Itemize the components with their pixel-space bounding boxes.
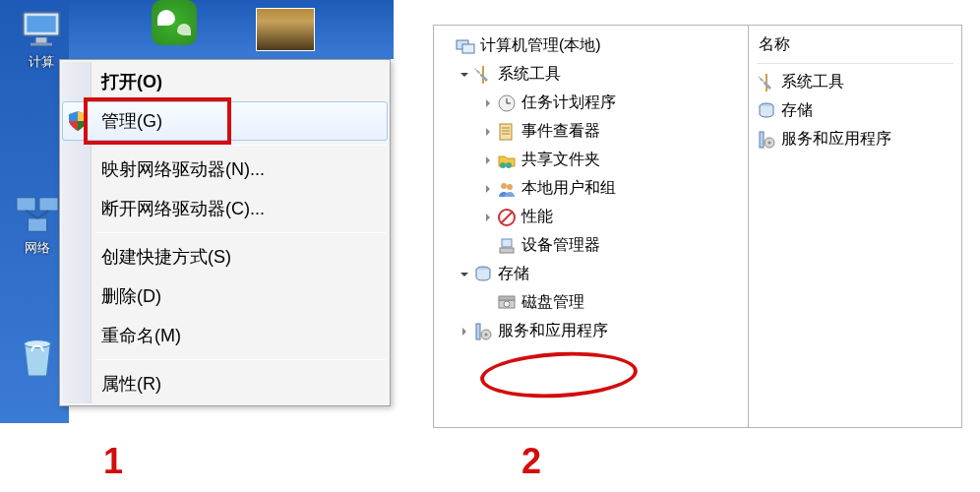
spacer: [481, 239, 495, 253]
panel-step-1: 计算 网络 打开(O) 管理(G) 映射网络驱动器(N)... 断: [0, 0, 394, 423]
tree-label: 服务和应用程序: [498, 321, 608, 341]
chevron-down-icon[interactable]: [458, 68, 471, 82]
menu-label: 打开(O): [101, 72, 162, 92]
menu-item-create-shortcut[interactable]: 创建快捷方式(S): [62, 237, 388, 277]
menu-label: 断开网络驱动器(C)...: [101, 199, 265, 218]
tree-node-disk-management[interactable]: 磁盘管理: [438, 288, 744, 317]
svg-rect-37: [760, 132, 764, 148]
chevron-right-icon[interactable]: [481, 96, 495, 110]
menu-separator: [95, 359, 386, 360]
svg-point-34: [485, 333, 488, 336]
svg-rect-27: [502, 239, 512, 247]
menu-label: 删除(D): [101, 286, 161, 306]
svg-point-39: [768, 141, 771, 144]
chevron-right-icon[interactable]: [481, 154, 495, 167]
menu-item-manage[interactable]: 管理(G): [62, 101, 388, 141]
menu-label: 创建快捷方式(S): [101, 247, 231, 267]
shared-folder-icon: [497, 151, 517, 170]
tree-node-local-users[interactable]: 本地用户和组: [438, 174, 744, 203]
menu-item-rename[interactable]: 重命名(M): [62, 316, 388, 355]
disk-icon: [497, 293, 517, 313]
shield-icon: [67, 110, 89, 132]
desktop-icon-network[interactable]: 网络: [11, 192, 64, 257]
tree-label: 设备管理器: [521, 235, 600, 256]
tree-label: 性能: [521, 207, 553, 227]
svg-line-7: [27, 211, 38, 218]
desktop-icon-wechat[interactable]: [148, 0, 201, 47]
menu-label: 重命名(M): [101, 326, 181, 345]
svg-rect-2: [36, 37, 47, 43]
users-icon: [497, 179, 517, 199]
svg-rect-31: [499, 296, 515, 300]
network-icon: [15, 192, 60, 237]
list-item-storage[interactable]: 存储: [757, 96, 953, 125]
tree-label: 事件查看器: [521, 121, 600, 142]
tree-label: 系统工具: [498, 64, 561, 85]
menu-label: 管理(G): [101, 111, 162, 131]
mmc-list: 名称 系统工具 存储 服务和应用程序: [748, 25, 962, 428]
menu-item-delete[interactable]: 删除(D): [62, 277, 388, 316]
mmc-tree: 计算机管理(本地) 系统工具 任务计划程序 事件查看器 共享文件夹 本地用户和组: [433, 25, 748, 428]
clock-icon: [497, 93, 517, 113]
tree-node-performance[interactable]: 性能: [438, 203, 744, 231]
chevron-right-icon[interactable]: [481, 125, 495, 139]
menu-separator: [95, 232, 386, 233]
annotation-step-1: 1: [103, 441, 123, 482]
svg-line-25: [501, 212, 513, 223]
chevron-down-icon[interactable]: [458, 268, 471, 281]
tree-label: 共享文件夹: [521, 150, 600, 170]
svg-rect-11: [462, 44, 474, 53]
no-icon: [497, 208, 517, 227]
chevron-right-icon[interactable]: [481, 182, 495, 196]
tree-label: 计算机管理(本地): [480, 35, 601, 56]
tree-label: 本地用户和组: [521, 178, 616, 199]
wechat-icon: [152, 0, 197, 45]
svg-point-21: [506, 162, 512, 168]
tree-node-system-tools[interactable]: 系统工具: [438, 60, 744, 89]
svg-rect-32: [476, 324, 480, 339]
gear-column-icon: [473, 322, 493, 341]
desktop-label: 计算: [29, 54, 54, 69]
desktop-icon-recycle-bin[interactable]: [11, 335, 64, 382]
menu-item-open[interactable]: 打开(O): [62, 62, 388, 101]
menu-item-disconnect-drive[interactable]: 断开网络驱动器(C)...: [62, 189, 388, 228]
tree-node-root[interactable]: 计算机管理(本地): [438, 31, 744, 60]
list-label: 系统工具: [781, 72, 844, 92]
wrench-icon: [757, 73, 776, 92]
tree-node-event-viewer[interactable]: 事件查看器: [438, 117, 744, 146]
list-item-services-apps[interactable]: 服务和应用程序: [757, 125, 953, 154]
tree-label: 存储: [498, 264, 529, 284]
svg-rect-5: [39, 198, 58, 211]
desktop-label: 网络: [25, 240, 50, 255]
chevron-right-icon[interactable]: [481, 211, 495, 224]
wrench-icon: [473, 65, 493, 85]
menu-item-map-drive[interactable]: 映射网络驱动器(N)...: [62, 150, 388, 189]
svg-line-8: [37, 211, 49, 218]
tree-node-shared-folders[interactable]: 共享文件夹: [438, 146, 744, 174]
spacer: [481, 296, 495, 310]
list-item-system-tools[interactable]: 系统工具: [757, 68, 953, 96]
spacer: [440, 39, 454, 53]
svg-point-23: [507, 184, 513, 190]
event-icon: [497, 122, 517, 142]
menu-item-properties[interactable]: 属性(R): [62, 364, 388, 403]
tree-node-storage[interactable]: 存储: [438, 260, 744, 288]
storage-icon: [757, 101, 776, 121]
tree-node-services-apps[interactable]: 服务和应用程序: [438, 317, 744, 345]
tree-label: 磁盘管理: [521, 292, 584, 313]
svg-rect-1: [27, 16, 55, 31]
svg-rect-4: [17, 198, 35, 211]
tree-node-device-manager[interactable]: 设备管理器: [438, 231, 744, 260]
list-label: 服务和应用程序: [781, 129, 891, 150]
menu-label: 映射网络驱动器(N)...: [101, 159, 265, 179]
svg-point-30: [504, 301, 510, 307]
tree-node-task-scheduler[interactable]: 任务计划程序: [438, 89, 744, 117]
context-menu-computer: 打开(O) 管理(G) 映射网络驱动器(N)... 断开网络驱动器(C)... …: [59, 59, 391, 406]
svg-rect-26: [500, 248, 514, 253]
tree-label: 任务计划程序: [521, 92, 616, 113]
annotation-step-2: 2: [521, 441, 541, 482]
device-icon: [497, 236, 517, 256]
chevron-right-icon[interactable]: [458, 325, 471, 338]
list-column-header-name[interactable]: 名称: [757, 31, 953, 64]
desktop-icon-image[interactable]: [256, 8, 315, 51]
